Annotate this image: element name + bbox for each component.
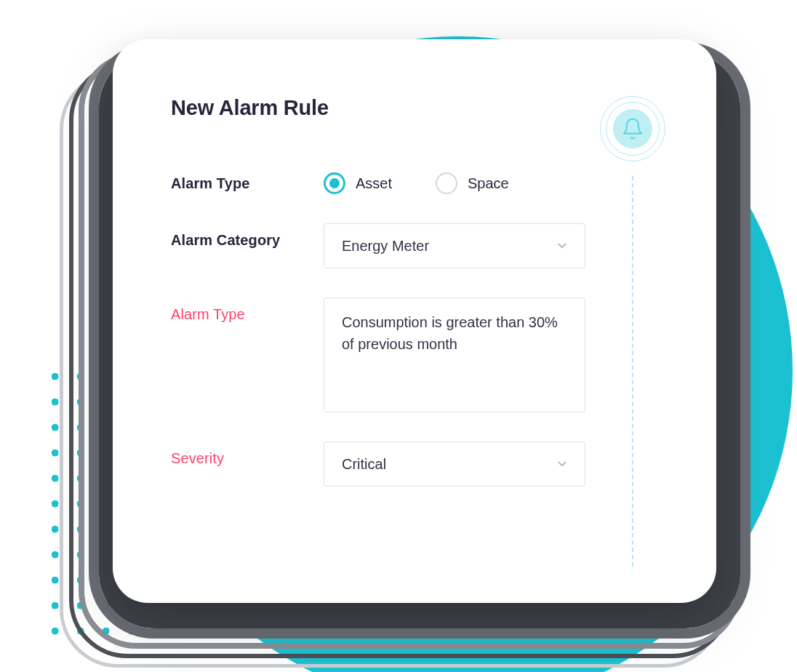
row-alarm-type: Alarm Type Asset Space (171, 167, 585, 194)
alarm-type-description-input[interactable]: Consumption is greater than 30% of previ… (324, 297, 585, 412)
radio-label: Asset (356, 175, 392, 192)
label-alarm-type-desc: Alarm Type (171, 297, 324, 323)
select-value: Energy Meter (342, 238, 429, 255)
severity-select[interactable]: Critical (324, 441, 585, 487)
alarm-category-select[interactable]: Energy Meter (324, 223, 585, 268)
radio-indicator-selected (324, 172, 345, 194)
chevron-down-icon (556, 239, 569, 252)
bell-badge (600, 96, 665, 161)
new-alarm-rule-card: New Alarm Rule Alarm Type Asset (113, 39, 716, 603)
timeline-column (600, 96, 665, 567)
alarm-type-radio-group: Asset Space (324, 167, 585, 194)
row-alarm-category: Alarm Category Energy Meter (171, 223, 585, 268)
select-value: Critical (342, 456, 386, 473)
radio-space[interactable]: Space (436, 172, 509, 194)
radio-label: Space (468, 175, 509, 192)
chevron-down-icon (556, 457, 569, 471)
radio-asset[interactable]: Asset (324, 172, 392, 194)
row-alarm-type-desc: Alarm Type Consumption is greater than 3… (171, 297, 585, 412)
label-alarm-type: Alarm Type (171, 167, 324, 192)
radio-indicator-unselected (436, 172, 457, 194)
row-severity: Severity Critical (171, 441, 585, 487)
form-column: New Alarm Rule Alarm Type Asset (171, 96, 585, 567)
page-title: New Alarm Rule (171, 96, 585, 120)
bell-icon (613, 109, 652, 148)
label-severity: Severity (171, 441, 324, 467)
textarea-value: Consumption is greater than 30% of previ… (342, 314, 558, 352)
timeline-dashed-line (632, 176, 633, 567)
label-alarm-category: Alarm Category (171, 223, 324, 249)
